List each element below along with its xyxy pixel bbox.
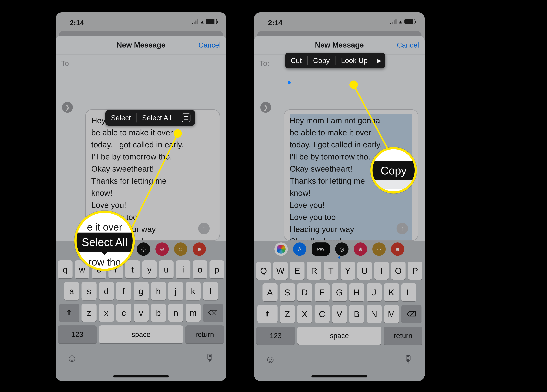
key-M[interactable]: M bbox=[384, 305, 399, 323]
memoji-2-icon[interactable]: ☻ bbox=[193, 242, 206, 256]
key-R[interactable]: R bbox=[307, 262, 321, 279]
shift-key-active[interactable]: ⬆ bbox=[257, 305, 278, 323]
key-Z[interactable]: Z bbox=[280, 305, 295, 323]
space-key[interactable]: space bbox=[297, 327, 381, 345]
return-key[interactable]: return bbox=[384, 327, 422, 345]
key-V[interactable]: V bbox=[332, 305, 347, 323]
key-M[interactable]: M bbox=[186, 304, 201, 322]
key-O[interactable]: O bbox=[391, 262, 406, 279]
app-strip-page-indicator bbox=[338, 256, 341, 259]
expand-apps-button[interactable]: ❯ bbox=[260, 102, 271, 113]
delete-key[interactable]: ⌫ bbox=[203, 304, 223, 322]
key-L[interactable]: L bbox=[401, 283, 416, 301]
screen: 2:14 ▴︎ New Message Cancel To: ❯ bbox=[254, 12, 424, 381]
key-D[interactable]: D bbox=[99, 282, 114, 300]
key-H[interactable]: H bbox=[151, 282, 166, 300]
ctx-select-all[interactable]: Select All bbox=[137, 110, 177, 126]
key-E[interactable]: E bbox=[290, 262, 304, 279]
key-P[interactable]: P bbox=[210, 260, 224, 278]
key-X[interactable]: X bbox=[297, 305, 312, 323]
photos-app-icon[interactable] bbox=[274, 242, 288, 256]
delete-key[interactable]: ⌫ bbox=[401, 305, 422, 323]
send-button[interactable]: ↑ bbox=[198, 223, 210, 234]
space-key[interactable]: space bbox=[99, 326, 183, 343]
numbers-key[interactable]: 123 bbox=[58, 326, 97, 343]
cancel-button[interactable]: Cancel bbox=[397, 36, 419, 54]
scan-text-icon[interactable] bbox=[182, 113, 191, 122]
home-indicator[interactable] bbox=[311, 375, 367, 378]
send-button[interactable]: ↑ bbox=[397, 223, 408, 234]
key-I[interactable]: I bbox=[176, 260, 191, 278]
key-Y[interactable]: Y bbox=[341, 262, 355, 279]
selection-handle-start[interactable] bbox=[287, 81, 291, 84]
key-C[interactable]: C bbox=[315, 305, 330, 323]
app-store-icon[interactable]: A bbox=[293, 242, 306, 256]
key-J[interactable]: J bbox=[367, 283, 382, 301]
key-Z[interactable]: Z bbox=[82, 304, 96, 322]
key-A[interactable]: A bbox=[262, 283, 278, 301]
ctx-lookup[interactable]: Look Up bbox=[335, 53, 373, 68]
key-Q[interactable]: Q bbox=[256, 262, 271, 279]
key-B[interactable]: B bbox=[349, 305, 364, 323]
keyboard[interactable]: A Pay ◎ ⊕ ☺ ☻ QWERTYUIOP ASDFGHJKL ⬆ ZXC… bbox=[254, 241, 424, 381]
key-Y[interactable]: Y bbox=[142, 260, 157, 278]
numbers-key[interactable]: 123 bbox=[256, 327, 295, 345]
key-S[interactable]: S bbox=[82, 282, 96, 300]
wifi-icon: ▴︎ bbox=[399, 19, 402, 25]
key-B[interactable]: B bbox=[151, 304, 166, 322]
ctx-cut[interactable]: Cut bbox=[285, 53, 308, 68]
key-N[interactable]: N bbox=[168, 304, 183, 322]
ctx-select[interactable]: Select bbox=[105, 110, 136, 126]
fitness-app-icon[interactable]: ◎ bbox=[335, 242, 349, 256]
emoji-icon[interactable]: ☺ bbox=[265, 353, 276, 365]
key-W[interactable]: W bbox=[273, 262, 288, 279]
app-strip[interactable]: A Pay ◎ ⊕ ☺ ☻ bbox=[254, 241, 424, 257]
key-N[interactable]: N bbox=[367, 305, 382, 323]
key-J[interactable]: J bbox=[168, 282, 183, 300]
page-title: New Message bbox=[117, 41, 165, 49]
key-G[interactable]: G bbox=[332, 283, 347, 301]
home-indicator[interactable] bbox=[113, 375, 169, 378]
apple-pay-icon[interactable]: Pay bbox=[312, 242, 330, 256]
expand-apps-button[interactable]: ❯ bbox=[62, 102, 73, 113]
key-A[interactable]: A bbox=[64, 282, 79, 300]
ctx-more-icon[interactable]: ▶ bbox=[373, 57, 385, 64]
keyboard[interactable]: A Pay ◎ ⊕ ☺ ☻ QWERTYUIOP ASDFGHJKL ⇧ ZXC… bbox=[56, 241, 226, 381]
search-app-icon[interactable]: ⊕ bbox=[155, 242, 169, 256]
key-U[interactable]: U bbox=[159, 260, 174, 278]
dictation-icon[interactable]: 🎙︎ bbox=[205, 352, 215, 364]
key-U[interactable]: U bbox=[357, 262, 372, 279]
key-F[interactable]: F bbox=[315, 283, 330, 301]
emoji-icon[interactable]: ☺ bbox=[67, 352, 77, 364]
magnifier-copy-label: Copy bbox=[373, 161, 415, 180]
dictation-icon[interactable]: 🎙︎ bbox=[403, 353, 414, 365]
shift-key[interactable]: ⇧ bbox=[59, 304, 79, 322]
key-K[interactable]: K bbox=[384, 283, 399, 301]
cancel-button[interactable]: Cancel bbox=[198, 36, 221, 54]
status-indicators: ▴︎ bbox=[192, 19, 217, 25]
ctx-copy[interactable]: Copy bbox=[308, 53, 335, 68]
memoji-1-icon[interactable]: ☺ bbox=[372, 242, 386, 256]
key-K[interactable]: K bbox=[186, 282, 201, 300]
memoji-1-icon[interactable]: ☺ bbox=[174, 242, 187, 256]
key-Q[interactable]: Q bbox=[58, 260, 73, 278]
key-H[interactable]: H bbox=[349, 283, 364, 301]
key-D[interactable]: D bbox=[297, 283, 312, 301]
key-P[interactable]: P bbox=[408, 262, 422, 279]
key-S[interactable]: S bbox=[280, 283, 295, 301]
memoji-2-icon[interactable]: ☻ bbox=[391, 242, 404, 256]
search-app-icon[interactable]: ⊕ bbox=[354, 242, 367, 256]
fitness-app-icon[interactable]: ◎ bbox=[137, 242, 150, 256]
return-key[interactable]: return bbox=[185, 326, 224, 343]
key-T[interactable]: T bbox=[324, 262, 338, 279]
to-field-label[interactable]: To: bbox=[56, 54, 226, 72]
key-X[interactable]: X bbox=[99, 304, 114, 322]
key-T[interactable]: T bbox=[125, 260, 140, 278]
key-V[interactable]: V bbox=[134, 304, 149, 322]
key-O[interactable]: O bbox=[193, 260, 207, 278]
key-L[interactable]: L bbox=[203, 282, 218, 300]
key-C[interactable]: C bbox=[116, 304, 131, 322]
key-G[interactable]: G bbox=[134, 282, 149, 300]
key-I[interactable]: I bbox=[374, 262, 389, 279]
key-F[interactable]: F bbox=[116, 282, 131, 300]
